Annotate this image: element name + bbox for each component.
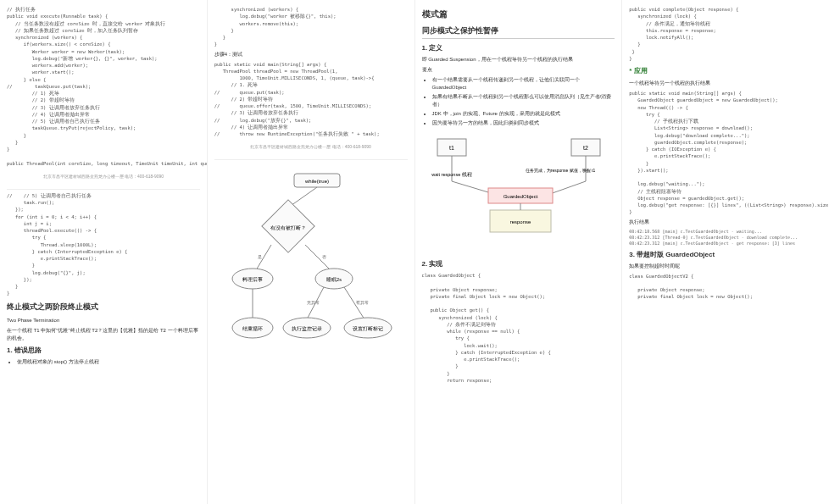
column-3: 模式篇 同步模式之保护性暂停 1. 定义 即 Guarded Suspensio…	[415, 0, 623, 504]
page-footer-1: 北京市昌平区建材城西路金燕龙办公楼一层 电话：400-618-9090	[7, 174, 200, 179]
flow-noex: 无异常	[307, 300, 320, 305]
diagram-guarded-object: t1 t2 wait response 线程 任务完成，为response 赋值…	[422, 134, 615, 252]
flowchart-termination: while(true) 有没有被打断？ 是 否 料理后事 睡眠2s 无异常 有异…	[214, 167, 408, 360]
page-layout: // 执行任务 public void execute(Runnable tas…	[0, 0, 829, 504]
column-2: synchronized (workers) { log.debug("work…	[208, 0, 415, 504]
diag-wait: wait response 线程	[431, 172, 472, 177]
flow-b2: 执行监控记录	[292, 326, 322, 331]
code-block-guarded-v2: class GuardedObjectV2 { private Object r…	[629, 273, 822, 301]
code-block-app-main: public static void main(String[] args) {…	[629, 90, 822, 216]
diag-t1: t1	[449, 145, 454, 151]
text-points: 要点	[422, 66, 615, 74]
list-points: 有一个结果需要从一个线程传递到另一个线程，让他们关联同一个 GuardedObj…	[432, 76, 615, 127]
flowchart-svg: while(true) 有没有被打断？ 是 否 料理后事 睡眠2s 无异常 有异…	[222, 170, 400, 357]
heading-timeout-version: 3. 带超时版 GuardedObject	[629, 250, 822, 259]
svg-line-4	[305, 245, 331, 270]
code-block-complete: public void complete(Object response) { …	[629, 6, 822, 62]
log-output: 08:42:18.568 [main] c.TestGuardedObject …	[629, 229, 822, 246]
heading-definition: 1. 定义	[422, 43, 615, 53]
flow-no: 否	[322, 254, 326, 259]
section-guarded: 同步模式之保护性暂停	[422, 25, 615, 39]
text-result-label: 执行结果	[629, 219, 822, 226]
list-item: 如果有结果不断从一个线程到另一个线程那么可以使用消息队列（见生产者/消费者）	[432, 93, 615, 108]
page-footer-2: 北京市昌平区建材城西路金燕龙办公楼一层 电话：400-618-9090	[214, 144, 408, 149]
text-tpt-desc: 在一个线程 T1 中如何"优雅"终止线程 T2？这里的【优雅】指的是给 T2 一…	[7, 327, 200, 342]
diag-t2: t2	[583, 145, 588, 151]
text-app-desc: 一个线程等待另一个线程的执行结果	[629, 80, 822, 87]
flow-hasex: 有异常	[356, 300, 369, 305]
column-1: // 执行任务 public void execute(Runnable tas…	[0, 0, 208, 504]
diag-resp: response	[510, 219, 531, 224]
step-label: 步骤4：测试	[214, 51, 408, 58]
diag-done: 任务完成，为response 赋值，唤醒 t1	[525, 168, 596, 173]
heading-wrong-approach: 1. 错误思路	[7, 346, 200, 355]
code-block-test-main: public static void main(String[] args) {…	[214, 61, 408, 138]
list-wrong: 使用线程对象的 stop() 方法停止线程	[17, 358, 200, 366]
flow-while: while(true)	[304, 179, 329, 184]
code-block-sync-remove: synchronized (workers) { log.debug("work…	[214, 6, 408, 48]
diag-go: GuardedObject	[504, 194, 538, 199]
text-tpt: Two Phase Termination	[7, 317, 200, 324]
heading-application: * 应用	[629, 66, 822, 75]
flow-d1: 有没有被打断？	[270, 225, 306, 230]
list-item: JDK 中，join 的实现、Future 的实现，采用的就是此模式	[432, 110, 615, 118]
list-item: 有一个结果需要从一个线程传递到另一个线程，让他们关联同一个 GuardedObj…	[432, 76, 615, 91]
list-item: 因为要等待另一方的结果，因此归类到同步模式	[432, 119, 615, 127]
text-timeout-desc: 如果要控制超时时间呢	[629, 263, 822, 270]
flow-yes: 是	[258, 254, 262, 259]
flow-right: 睡眠2s	[326, 277, 342, 282]
text-guarded-desc: 即 Guarded Suspension，用在一个线程等待另一个线程的执行结果	[422, 56, 615, 64]
column-4: public void complete(Object response) { …	[622, 0, 829, 504]
heading-impl: 2. 实现	[422, 259, 615, 269]
code-block-main-loop: // // 5) 让调用者自己执行任务 task.run(); }); for …	[7, 192, 200, 297]
heading-termination: 终止模式之两阶段终止模式	[7, 302, 200, 313]
code-block-guarded-class: class GuardedObject { private Object res…	[422, 272, 615, 384]
flow-b3: 设置打断标记	[353, 326, 383, 331]
svg-line-18	[548, 181, 586, 195]
list-item: 使用线程对象的 stop() 方法停止线程	[17, 358, 200, 366]
code-block-execute: // 执行任务 public void execute(Runnable tas…	[7, 6, 200, 167]
flow-left: 料理后事	[242, 277, 263, 282]
flow-b1: 结束循环	[242, 326, 263, 331]
chapter-title: 模式篇	[422, 8, 615, 20]
